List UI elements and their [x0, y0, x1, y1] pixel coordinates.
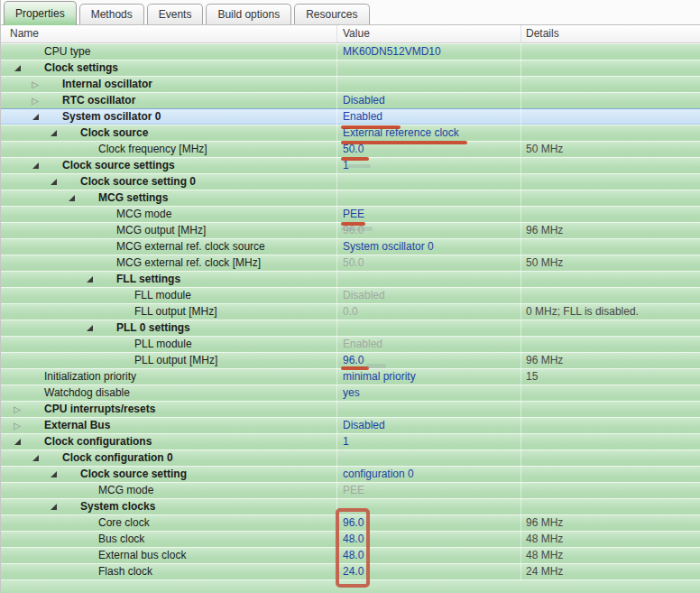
table-row[interactable]: MCG external ref. clock sourceSystem osc…: [1, 238, 700, 255]
table-row[interactable]: Clock configuration 0: [1, 449, 700, 466]
tab-resources[interactable]: Resources: [294, 4, 369, 24]
expander-expanded-icon[interactable]: [8, 61, 21, 74]
row-value[interactable]: yes: [343, 386, 360, 399]
value-cell[interactable]: [336, 449, 520, 466]
row-value[interactable]: PEE: [343, 208, 364, 220]
row-value[interactable]: Enabled: [343, 338, 382, 350]
value-cell[interactable]: [336, 320, 520, 336]
row-value[interactable]: Disabled: [343, 94, 385, 107]
value-cell[interactable]: Disabled: [336, 287, 520, 303]
table-row[interactable]: Clock settings: [1, 60, 700, 76]
row-value[interactable]: PEE: [343, 484, 364, 496]
expander-expanded-icon[interactable]: [26, 451, 39, 464]
expander-expanded-icon[interactable]: [44, 175, 57, 188]
table-row[interactable]: Bus clock48.048 MHz: [1, 531, 700, 547]
table-row[interactable]: PLL moduleEnabled: [1, 336, 700, 352]
row-value[interactable]: minimal priority: [343, 370, 416, 383]
value-cell[interactable]: 1: [336, 433, 520, 449]
row-value[interactable]: 48.0: [343, 549, 364, 561]
value-cell[interactable]: [336, 271, 520, 287]
expander-expanded-icon[interactable]: [8, 435, 21, 448]
table-row[interactable]: Core clock96.096 MHz: [1, 514, 700, 531]
table-row[interactable]: Clock configurations1: [1, 433, 700, 449]
expander-collapsed-icon[interactable]: ▷: [26, 78, 39, 90]
row-value[interactable]: Disabled: [343, 289, 385, 301]
expander-expanded-icon[interactable]: [44, 468, 57, 480]
table-row[interactable]: MCG modePEE: [1, 482, 700, 498]
value-cell[interactable]: 96.0: [336, 514, 520, 531]
table-row[interactable]: External bus clock48.048 MHz: [1, 547, 700, 563]
row-value[interactable]: 1: [343, 159, 349, 171]
table-row[interactable]: PLL 0 settings: [1, 320, 700, 336]
row-value[interactable]: Enabled: [343, 110, 382, 123]
table-row[interactable]: Watchdog disableyes: [1, 385, 700, 401]
tab-build-options[interactable]: Build options: [206, 4, 291, 24]
value-cell[interactable]: MK60DN512VMD10: [336, 43, 520, 60]
expander-expanded-icon[interactable]: [80, 321, 93, 334]
value-cell[interactable]: [336, 60, 520, 76]
value-cell[interactable]: [336, 173, 520, 190]
value-cell[interactable]: [336, 190, 520, 206]
table-row[interactable]: ▷RTC oscillatorDisabled: [1, 92, 700, 108]
value-cell[interactable]: Enabled: [336, 108, 520, 125]
value-cell[interactable]: yes: [336, 385, 520, 401]
value-cell[interactable]: PEE: [336, 482, 520, 498]
table-row[interactable]: Flash clock24.024 MHz: [1, 563, 700, 579]
table-row[interactable]: PLL output [MHz]96.096 MHz: [1, 352, 700, 368]
column-header-value[interactable]: Value: [336, 25, 520, 42]
row-value[interactable]: 48.0: [343, 533, 364, 545]
value-cell[interactable]: 48.0: [336, 547, 520, 563]
row-value[interactable]: 96.0: [343, 224, 364, 236]
table-row[interactable]: ▷CPU interrupts/resets: [1, 401, 700, 417]
column-header-name[interactable]: Name: [1, 25, 336, 42]
value-cell[interactable]: [336, 76, 520, 92]
expander-collapsed-icon[interactable]: ▷: [8, 419, 21, 431]
column-header-details[interactable]: Details: [520, 25, 700, 42]
row-value[interactable]: 96.0: [343, 516, 364, 529]
row-value[interactable]: configuration 0: [343, 468, 414, 480]
table-row[interactable]: Clock source setting 0: [1, 173, 700, 190]
expander-expanded-icon[interactable]: [26, 110, 39, 123]
table-row[interactable]: Clock frequency [MHz]50.050 MHz: [1, 141, 700, 157]
expander-expanded-icon[interactable]: [80, 273, 93, 285]
row-value[interactable]: Disabled: [343, 419, 385, 431]
value-cell[interactable]: 48.0: [336, 531, 520, 547]
table-row[interactable]: Initialization priorityminimal priority1…: [1, 368, 700, 385]
value-cell[interactable]: 0.0: [336, 303, 520, 320]
expander-expanded-icon[interactable]: [44, 500, 57, 513]
value-cell[interactable]: Disabled: [336, 417, 520, 433]
row-value[interactable]: MK60DN512VMD10: [343, 45, 441, 58]
row-value[interactable]: External reference clock: [343, 126, 459, 139]
value-cell[interactable]: System oscillator 0: [336, 238, 520, 255]
table-row[interactable]: MCG external ref. clock [MHz]50.050 MHz: [1, 255, 700, 271]
table-row[interactable]: MCG modePEE: [1, 206, 700, 222]
value-cell[interactable]: Disabled: [336, 92, 520, 108]
value-cell[interactable]: minimal priority: [336, 368, 520, 385]
row-value[interactable]: 24.0: [343, 565, 364, 578]
value-cell[interactable]: PEE: [336, 206, 520, 222]
row-value[interactable]: 0.0: [343, 305, 358, 318]
value-cell[interactable]: 96.0: [336, 352, 520, 368]
table-row[interactable]: Clock sourceExternal reference clock: [1, 125, 700, 141]
value-cell[interactable]: configuration 0: [336, 466, 520, 482]
table-row[interactable]: CPU typeMK60DN512VMD10: [1, 43, 700, 60]
tab-methods[interactable]: Methods: [79, 4, 144, 24]
expander-collapsed-icon[interactable]: ▷: [26, 94, 39, 107]
row-value[interactable]: 50.0: [343, 143, 364, 155]
value-cell[interactable]: 24.0: [336, 563, 520, 579]
table-row[interactable]: MCG output [MHz]96.096 MHz: [1, 222, 700, 238]
table-row[interactable]: Clock source settingconfiguration 0: [1, 466, 700, 482]
table-row[interactable]: System clocks: [1, 498, 700, 514]
expander-expanded-icon[interactable]: [26, 159, 39, 171]
row-value[interactable]: 96.0: [343, 354, 364, 366]
value-cell[interactable]: Enabled: [336, 336, 520, 352]
expander-expanded-icon[interactable]: [44, 126, 57, 139]
row-value[interactable]: 50.0: [343, 256, 364, 269]
row-value[interactable]: 1: [343, 435, 349, 448]
table-row[interactable]: ▷Internal oscillator: [1, 76, 700, 92]
value-cell[interactable]: [336, 498, 520, 514]
table-row[interactable]: FLL settings: [1, 271, 700, 287]
table-row[interactable]: Clock source settings1: [1, 157, 700, 173]
table-row[interactable]: FLL moduleDisabled: [1, 287, 700, 303]
tab-events[interactable]: Events: [147, 4, 204, 24]
